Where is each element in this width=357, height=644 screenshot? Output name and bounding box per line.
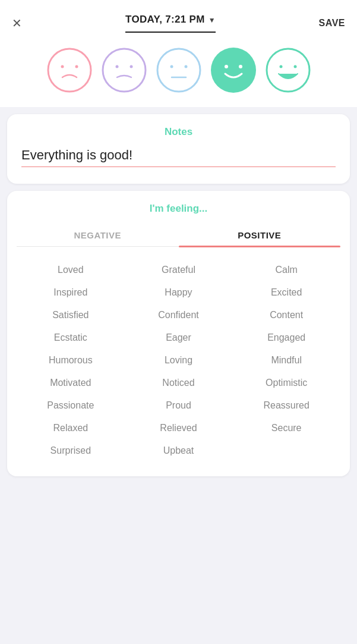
feeling-item[interactable]: Proud [125,394,233,417]
feeling-item[interactable]: Content [232,304,340,326]
feeling-item[interactable]: Relieved [125,417,233,439]
feeling-item[interactable]: Secure [232,417,340,439]
svg-point-10 [211,48,256,93]
svg-point-3 [103,49,146,92]
feeling-item[interactable] [232,439,340,462]
tabs: NEGATIVE POSITIVE [17,224,340,247]
feeling-item[interactable]: Passionate [17,394,125,417]
feeling-item[interactable]: Mindful [232,349,340,372]
feeling-item[interactable]: Surprised [17,439,125,462]
svg-point-0 [48,49,91,92]
feeling-item[interactable]: Optimistic [232,372,340,394]
chevron-down-icon[interactable]: ▼ [208,16,216,24]
tab-negative[interactable]: NEGATIVE [17,224,179,246]
svg-point-11 [225,65,228,68]
feeling-item[interactable]: Upbeat [125,439,233,462]
svg-point-5 [129,65,132,68]
feelings-title: I'm feeling... [17,203,340,215]
feeling-item[interactable]: Happy [125,281,233,304]
emoji-row [0,36,357,107]
svg-point-4 [115,65,118,68]
feeling-item[interactable]: Motivated [17,372,125,394]
emoji-very-happy[interactable] [264,46,312,94]
notes-card: Notes Everything is good! [7,114,350,184]
notes-text[interactable]: Everything is good! [21,147,336,167]
svg-point-2 [75,65,78,68]
svg-point-8 [184,65,187,68]
feeling-item[interactable]: Confident [125,304,233,326]
feeling-item[interactable]: Humorous [17,349,125,372]
emoji-very-sad[interactable] [46,46,93,94]
emoji-happy[interactable] [210,46,257,94]
svg-point-7 [170,65,173,68]
feeling-item[interactable]: Grateful [125,259,233,281]
notes-input-wrapper: Everything is good! [21,147,336,167]
save-button[interactable]: SAVE [319,18,345,29]
feeling-item[interactable]: Ecstatic [17,326,125,349]
emoji-neutral[interactable] [155,46,203,94]
feeling-item[interactable]: Engaged [232,326,340,349]
svg-point-13 [267,49,309,92]
close-button[interactable]: ✕ [12,17,22,29]
feeling-item[interactable]: Eager [125,326,233,349]
feeling-item[interactable]: Loving [125,349,233,372]
feeling-item[interactable]: Excited [232,281,340,304]
header: ✕ TODAY, 7:21 PM ▼ SAVE [0,0,357,36]
feeling-item[interactable]: Relaxed [17,417,125,439]
feeling-item[interactable]: Calm [232,259,340,281]
feeling-item[interactable]: Reassured [232,394,340,417]
emoji-sad[interactable] [100,46,148,94]
svg-point-15 [293,65,296,68]
feelings-card: I'm feeling... NEGATIVE POSITIVE LovedGr… [7,191,350,476]
feeling-item[interactable]: Inspired [17,281,125,304]
feeling-item[interactable]: Noticed [125,372,233,394]
header-title: TODAY, 7:21 PM [125,14,205,26]
notes-label: Notes [21,126,336,138]
svg-point-14 [279,65,282,68]
header-center: TODAY, 7:21 PM ▼ [125,14,216,33]
svg-point-6 [157,49,200,92]
feeling-item[interactable]: Loved [17,259,125,281]
svg-point-12 [239,65,242,68]
feeling-item[interactable]: Satisfied [17,304,125,326]
feelings-grid: LovedGratefulCalmInspiredHappyExcitedSat… [17,259,340,462]
tab-positive[interactable]: POSITIVE [179,224,341,246]
svg-point-1 [61,65,64,68]
